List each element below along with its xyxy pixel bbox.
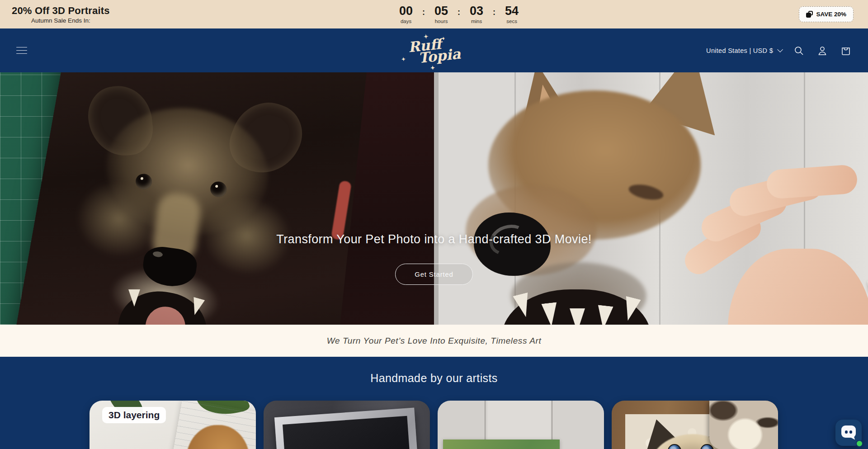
announcement-bar: 20% Off 3D Portraits Autumn Sale Ends In… [0,0,868,28]
gallery-card-3d-layering[interactable]: 3D layering [90,401,256,449]
countdown-mins-label: mins [471,19,482,24]
countdown-secs-label: secs [506,19,517,24]
online-status-dot [856,440,863,447]
site-logo[interactable]: ✦ ✧ ✦ ✦ Ruff Topia [407,36,462,65]
cart-button[interactable] [840,45,852,57]
site-header: ✦ ✧ ✦ ✦ Ruff Topia United States | USD $ [0,28,868,72]
logo-word-topia: Topia [418,47,461,64]
floral-canvas [443,440,560,449]
cart-icon [840,45,851,56]
countdown-secs: 54 secs [500,5,524,24]
countdown-mins-value: 03 [470,5,483,17]
reference-photo-inset [709,401,778,449]
countdown-secs-value: 54 [505,5,519,17]
countdown-days-label: days [401,19,411,24]
announcement-title: 20% Off 3D Portraits [12,5,110,17]
gallery-heading: Handmade by our artists [0,372,868,385]
chat-widget-button[interactable] [835,420,862,446]
discount-cube-icon [806,11,813,18]
gallery-card-framed-portrait[interactable] [264,401,430,449]
save-20-label: SAVE 20% [816,11,846,18]
gallery-card-row: 3D layering [90,401,778,449]
locale-label: United States | USD $ [706,47,773,54]
chevron-down-icon [777,47,783,52]
countdown-hours: 05 hours [429,5,453,24]
sparkle-icon: ✧ [442,37,445,40]
tagline-strip: We Turn Your Pet’s Love Into Exquisite, … [0,325,868,357]
tagline-text: We Turn Your Pet’s Love Into Exquisite, … [327,336,542,346]
search-icon [793,45,804,56]
sparkle-icon: ✦ [401,57,406,61]
chat-bubble-icon [841,425,856,438]
announcement-text-block: 20% Off 3D Portraits Autumn Sale Ends In… [12,5,110,24]
announcement-subtitle: Autumn Sale Ends In: [31,17,90,24]
countdown-hours-label: hours [435,19,448,24]
gallery-card-canvas-painting[interactable] [438,401,604,449]
hamburger-icon [16,47,27,48]
hero-section: Transform Your Pet Photo into a Hand-cra… [0,72,868,325]
sparkle-icon: ✦ [423,33,429,39]
page: 20% Off 3D Portraits Autumn Sale Ends In… [0,0,868,449]
locale-currency-selector[interactable]: United States | USD $ [706,47,781,54]
card-badge: 3D layering [102,407,166,423]
sparkle-icon: ✦ [430,65,435,70]
countdown-hours-value: 05 [434,5,448,17]
account-icon [817,45,828,56]
countdown-separator: : [458,8,460,17]
countdown-mins: 03 mins [465,5,488,24]
countdown-days: 00 days [394,5,418,24]
save-20-button[interactable]: SAVE 20% [799,6,854,22]
search-button[interactable] [793,45,805,57]
account-button[interactable] [816,45,828,57]
hamburger-menu-button[interactable] [16,47,27,54]
header-controls: United States | USD $ [706,45,852,57]
countdown-separator: : [493,8,495,17]
gallery-section: Handmade by our artists 3D layering [0,357,868,449]
countdown-separator: : [422,8,425,17]
get-started-button[interactable]: Get Started [395,264,473,285]
hero-overlay: Transform Your Pet Photo into a Hand-cra… [0,72,868,325]
hero-heading: Transform Your Pet Photo into a Hand-cra… [276,232,591,246]
gallery-card-cat-portrait[interactable] [612,401,778,449]
countdown-days-value: 00 [399,5,413,17]
countdown-timer: 00 days : 05 hours : 03 mins : 54 secs [394,5,524,24]
